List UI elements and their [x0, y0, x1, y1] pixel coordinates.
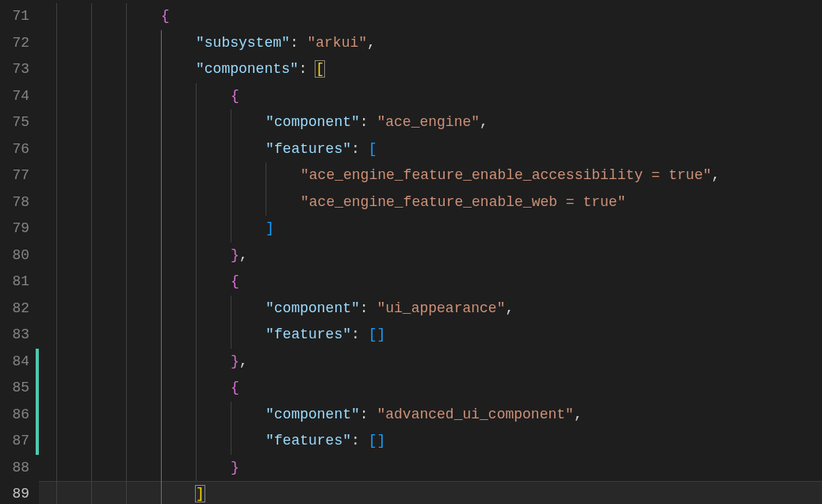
- token-brace-blue: [: [369, 433, 377, 449]
- code-text: "features": []: [39, 326, 385, 342]
- code-line[interactable]: "features": []: [39, 322, 822, 349]
- line-number[interactable]: 85: [0, 375, 36, 402]
- line-number[interactable]: 80: [0, 242, 36, 269]
- line-number[interactable]: 88: [0, 455, 36, 482]
- line-number[interactable]: 89: [0, 481, 36, 504]
- line-number[interactable]: 76: [0, 136, 36, 163]
- code-text: {: [39, 8, 170, 24]
- line-number-gutter[interactable]: 7172737475767778798081828384858687888990: [0, 0, 36, 504]
- token-brace: {: [231, 380, 239, 395]
- token-punct: :: [360, 114, 377, 130]
- token-brace: {: [161, 8, 170, 24]
- code-line[interactable]: "components": [: [39, 56, 822, 83]
- token-string: "advanced_ui_component": [377, 407, 573, 422]
- token-string: "ui_appearance": [377, 300, 505, 316]
- token-brace-yellow: ]: [195, 485, 205, 502]
- token-punct: :: [351, 433, 369, 449]
- token-punct: :: [299, 61, 316, 77]
- code-line[interactable]: "features": [: [39, 136, 822, 163]
- line-number[interactable]: 78: [0, 189, 36, 216]
- code-line[interactable]: "component": "ui_appearance",: [39, 296, 822, 323]
- line-number[interactable]: 81: [0, 269, 36, 296]
- code-line[interactable]: "ace_engine_feature_enable_web = true": [39, 189, 822, 216]
- token-string: "ace_engine_feature_enable_accessibility…: [300, 167, 711, 183]
- code-content-area[interactable]: {"subsystem": "arkui","components": [{"c…: [39, 0, 822, 504]
- token-punct: ,: [574, 407, 583, 422]
- code-text: "component": "ace_engine",: [39, 114, 488, 130]
- line-number[interactable]: 72: [0, 30, 36, 57]
- line-number[interactable]: 79: [0, 216, 36, 242]
- token-brace-blue: ]: [377, 433, 385, 449]
- code-text: {: [39, 88, 239, 104]
- token-key: "features": [266, 141, 351, 157]
- code-line[interactable]: {: [39, 269, 822, 296]
- token-string: "ace_engine": [377, 114, 480, 130]
- line-number[interactable]: 82: [0, 296, 36, 323]
- token-key: "subsystem": [196, 35, 290, 51]
- code-line[interactable]: }: [39, 455, 822, 482]
- code-line[interactable]: ]: [39, 216, 822, 242]
- line-number[interactable]: 83: [0, 322, 36, 349]
- token-brace: }: [231, 247, 239, 263]
- token-brace: }: [231, 460, 239, 475]
- token-punct: :: [351, 326, 369, 342]
- code-line[interactable]: "features": []: [39, 428, 822, 455]
- code-editor[interactable]: 7172737475767778798081828384858687888990…: [0, 0, 822, 504]
- token-punct: :: [360, 300, 377, 316]
- token-punct: ,: [367, 35, 376, 51]
- token-punct: ,: [505, 300, 514, 316]
- line-number[interactable]: 75: [0, 109, 36, 136]
- line-number[interactable]: 74: [0, 83, 36, 110]
- token-key: "component": [266, 407, 360, 422]
- token-brace-blue: [: [369, 326, 377, 342]
- token-brace: {: [231, 273, 239, 289]
- token-punct: ,: [711, 167, 720, 183]
- token-brace: {: [231, 88, 239, 104]
- code-text: }: [39, 460, 239, 475]
- token-punct: ,: [480, 114, 488, 130]
- line-number[interactable]: 87: [0, 428, 36, 455]
- token-brace-blue: ]: [377, 326, 385, 342]
- token-brace-blue: [: [369, 141, 377, 157]
- line-number[interactable]: 73: [0, 56, 36, 83]
- token-punct: :: [351, 141, 369, 157]
- code-text: ]: [39, 220, 274, 236]
- code-line[interactable]: {: [39, 83, 822, 110]
- code-line[interactable]: "component": "ace_engine",: [39, 109, 822, 136]
- code-line[interactable]: ]: [39, 481, 822, 504]
- token-key: "components": [196, 61, 299, 77]
- token-brace-blue: ]: [266, 220, 274, 236]
- code-line[interactable]: "component": "advanced_ui_component",: [39, 402, 822, 429]
- code-text: "component": "ui_appearance",: [39, 300, 514, 316]
- line-number[interactable]: 71: [0, 3, 36, 30]
- token-key: "features": [266, 326, 351, 342]
- token-string: "arkui": [307, 35, 367, 51]
- code-text: "features": []: [39, 433, 385, 449]
- code-text: {: [39, 380, 239, 395]
- code-line[interactable]: "subsystem": "arkui",: [39, 30, 822, 57]
- token-punct: :: [290, 35, 308, 51]
- code-text: "ace_engine_feature_enable_web = true": [39, 194, 625, 210]
- code-text: },: [39, 353, 248, 369]
- token-key: "features": [266, 433, 351, 449]
- token-string: "ace_engine_feature_enable_web = true": [300, 194, 625, 210]
- code-text: "ace_engine_feature_enable_accessibility…: [39, 167, 720, 183]
- code-text: ]: [39, 486, 205, 502]
- token-key: "component": [266, 300, 360, 316]
- code-line[interactable]: "ace_engine_feature_enable_accessibility…: [39, 162, 822, 189]
- token-brace-yellow: [: [315, 60, 325, 78]
- code-text: "component": "advanced_ui_component",: [39, 407, 583, 422]
- token-punct: ,: [239, 353, 248, 369]
- line-number[interactable]: 84: [0, 349, 36, 376]
- line-number[interactable]: 77: [0, 162, 36, 189]
- token-punct: ,: [239, 247, 248, 263]
- code-line[interactable]: {: [39, 375, 822, 402]
- code-line[interactable]: },: [39, 349, 822, 376]
- code-line[interactable]: {: [39, 3, 822, 30]
- code-text: },: [39, 247, 248, 263]
- token-key: "component": [266, 114, 360, 130]
- code-line[interactable]: },: [39, 242, 822, 269]
- line-number[interactable]: 86: [0, 402, 36, 429]
- code-text: "features": [: [39, 141, 377, 157]
- code-text: "subsystem": "arkui",: [39, 35, 376, 51]
